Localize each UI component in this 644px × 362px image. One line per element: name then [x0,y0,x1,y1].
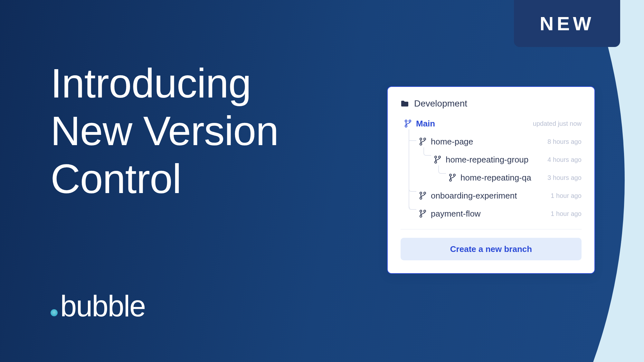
branch-name: payment-flow [431,209,481,219]
tree-connector [409,183,416,192]
branch-name: Main [416,119,435,129]
panel-header: Development [401,98,582,109]
tree-connector [409,201,416,210]
svg-point-2 [405,125,407,127]
svg-point-11 [450,179,451,181]
branch-timestamp: 8 hours ago [547,138,582,145]
svg-point-7 [439,156,440,158]
headline: Introducing New Version Control [51,60,279,203]
promo-stage: Introducing New Version Control bubble N… [0,0,644,362]
branch-timestamp: 1 hour ago [551,210,582,218]
branch-row[interactable]: payment-flow 1 hour ago [401,205,582,223]
tree-connector [409,129,416,209]
headline-line-2: New Version [51,107,279,155]
svg-point-10 [453,174,455,176]
brand-name: bubble [60,291,145,321]
branch-name: onboarding-experiment [431,191,517,201]
branch-timestamp: updated just now [533,120,582,127]
tree-connector [438,165,446,174]
branch-name: home-repeating-qa [460,173,531,183]
create-branch-label: Create a new branch [450,244,532,254]
version-control-panel: Development Main updated just now [387,86,595,274]
svg-point-15 [420,210,422,212]
branch-icon [404,119,412,128]
brand-logo: bubble [51,291,145,321]
branch-row-main[interactable]: Main updated just now [401,115,582,133]
folder-icon [401,100,409,107]
svg-point-14 [420,197,422,199]
svg-point-16 [424,210,426,212]
branch-icon [434,155,441,164]
branch-icon [419,137,426,146]
svg-point-4 [424,138,426,140]
logo-dot-icon [51,309,58,316]
svg-point-0 [405,120,407,122]
branch-tree: Main updated just now home-page 8 hours … [401,115,582,223]
svg-point-1 [409,120,411,122]
branch-name: home-repeating-group [446,155,528,165]
new-badge: NEW [514,0,620,47]
branch-icon [419,191,426,200]
branch-row[interactable]: onboarding-experiment 1 hour ago [401,187,582,205]
svg-point-12 [420,192,422,194]
svg-point-5 [420,143,422,145]
tree-connector [409,140,416,141]
branch-name: home-page [431,137,473,147]
branch-row[interactable]: home-repeating-qa 3 hours ago [401,169,582,187]
branch-icon [419,209,426,218]
branch-timestamp: 1 hour ago [551,192,582,200]
branch-timestamp: 4 hours ago [547,156,582,163]
new-badge-text: NEW [540,13,594,35]
panel-heading: Development [414,98,467,109]
divider [401,229,582,229]
svg-point-8 [435,161,437,163]
svg-point-3 [420,138,422,140]
svg-point-9 [450,174,451,176]
headline-line-1: Introducing [51,60,279,107]
headline-line-3: Control [51,155,279,203]
svg-point-17 [420,215,422,217]
branch-icon [449,173,456,182]
branch-timestamp: 3 hours ago [547,174,582,181]
tree-connector [423,147,431,156]
svg-point-6 [435,156,437,158]
create-branch-button[interactable]: Create a new branch [401,238,582,260]
svg-point-13 [424,192,426,194]
